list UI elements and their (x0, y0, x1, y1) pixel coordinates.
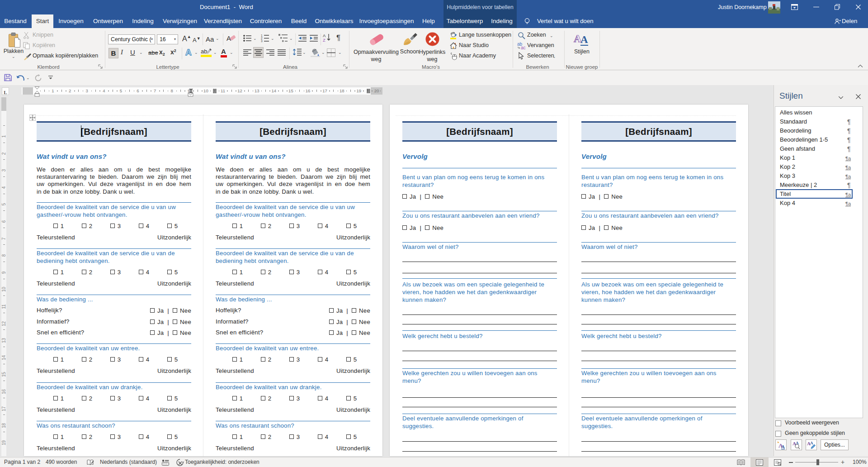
svg-text:ac: ac (521, 45, 526, 50)
svg-text:Z: Z (323, 38, 326, 43)
svg-text:3: 3 (261, 39, 263, 42)
svg-text:A: A (810, 441, 813, 445)
svg-text:A: A (781, 444, 785, 449)
